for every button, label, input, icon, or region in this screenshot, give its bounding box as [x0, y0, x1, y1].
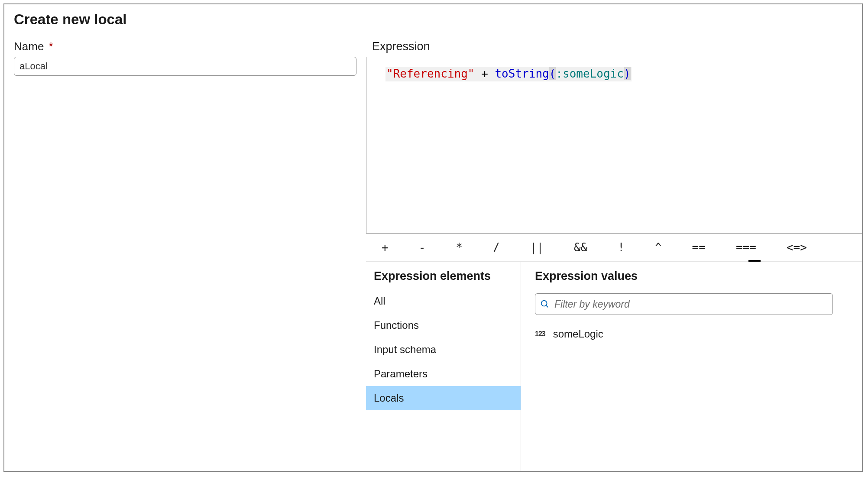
- number-type-icon: 123: [535, 330, 545, 338]
- expression-values-panel: Expression values 123 someLogic: [521, 262, 862, 471]
- token-close-paren: ): [624, 67, 631, 80]
- token-space: [488, 67, 495, 80]
- search-icon: [540, 299, 550, 309]
- name-input[interactable]: [14, 57, 356, 76]
- token-open-paren: (: [549, 67, 556, 80]
- bottom-panel: Expression elements All Functions Input …: [366, 261, 862, 471]
- element-item-locals[interactable]: Locals: [366, 386, 521, 410]
- right-column: Expression "Referencing" + toString(:som…: [366, 32, 862, 471]
- filter-wrapper: [535, 293, 852, 315]
- elements-title: Expression elements: [366, 269, 521, 289]
- operator-bar: + - * / || && ! ^ == === <=>: [366, 234, 862, 261]
- operator-not[interactable]: !: [614, 239, 628, 256]
- operator-minus[interactable]: -: [415, 239, 429, 256]
- operator-and[interactable]: &&: [570, 239, 591, 256]
- values-title: Expression values: [535, 269, 852, 289]
- svg-line-1: [546, 305, 548, 308]
- expression-editor[interactable]: "Referencing" + toString(:someLogic): [366, 57, 862, 234]
- expression-elements-panel: Expression elements All Functions Input …: [366, 262, 521, 471]
- name-label: Name *: [14, 40, 356, 53]
- svg-point-0: [541, 301, 547, 306]
- token-identifier: someLogic: [563, 67, 624, 80]
- operator-divide[interactable]: /: [489, 239, 503, 256]
- element-item-functions[interactable]: Functions: [366, 313, 521, 337]
- operator-or[interactable]: ||: [527, 239, 547, 256]
- dialog: Create new local Name * Expression "Refe…: [3, 3, 863, 472]
- token-plus: +: [481, 67, 488, 80]
- main-area: Name * Expression "Referencing" + toStri…: [4, 32, 862, 471]
- dialog-header: Create new local: [4, 4, 862, 32]
- operator-strict-eq[interactable]: ===: [732, 239, 760, 256]
- left-column: Name *: [4, 32, 366, 471]
- operator-multiply[interactable]: *: [452, 239, 466, 256]
- required-indicator: *: [49, 40, 53, 53]
- filter-input[interactable]: [535, 293, 833, 315]
- value-item-label: someLogic: [553, 328, 603, 340]
- element-item-parameters[interactable]: Parameters: [366, 362, 521, 386]
- token-string: "Referencing": [386, 67, 475, 80]
- element-item-all[interactable]: All: [366, 289, 521, 313]
- token-space: [475, 67, 482, 80]
- operator-plus[interactable]: +: [378, 239, 392, 256]
- token-colon: :: [556, 67, 563, 80]
- operator-xor[interactable]: ^: [651, 239, 665, 256]
- token-function: toString: [495, 67, 549, 80]
- operator-compare[interactable]: <=>: [783, 239, 810, 256]
- name-label-text: Name: [14, 40, 44, 53]
- value-item[interactable]: 123 someLogic: [535, 325, 852, 343]
- operator-eq[interactable]: ==: [689, 239, 709, 256]
- dialog-title: Create new local: [14, 11, 852, 28]
- element-item-input-schema[interactable]: Input schema: [366, 337, 521, 362]
- expression-label: Expression: [366, 40, 862, 57]
